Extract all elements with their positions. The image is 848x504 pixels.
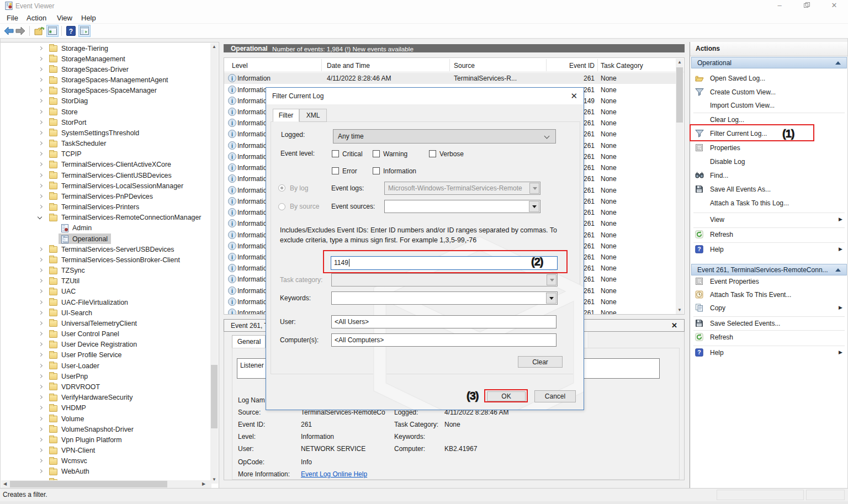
svg-text:?: ? [69, 28, 73, 35]
svg-text:?: ? [697, 246, 701, 252]
svg-text:?: ? [697, 349, 701, 356]
